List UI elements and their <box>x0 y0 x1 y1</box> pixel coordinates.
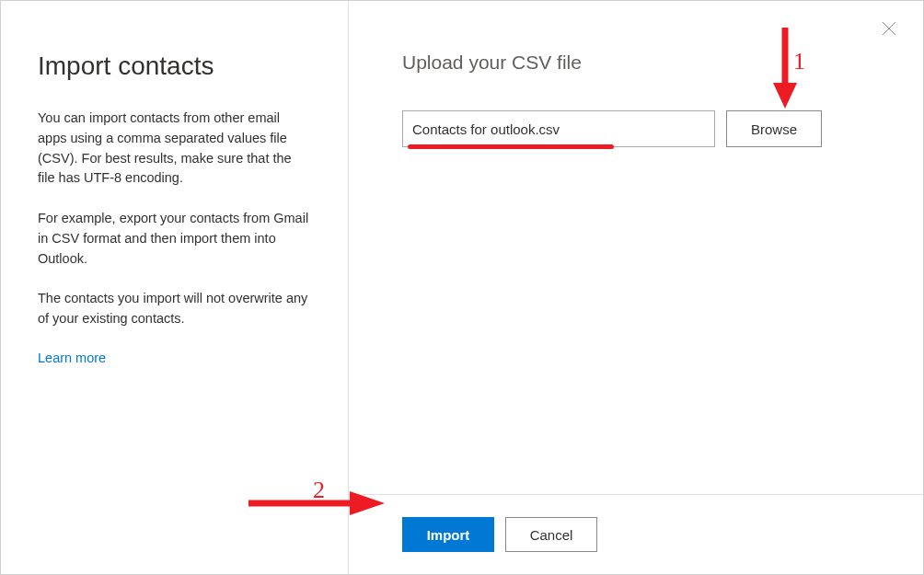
annotation-underline <box>408 144 614 149</box>
learn-more-link[interactable]: Learn more <box>38 351 106 365</box>
cancel-button[interactable]: Cancel <box>505 517 597 552</box>
description-2: For example, export your contacts from G… <box>38 209 311 269</box>
description-3: The contacts you import will not overwri… <box>38 289 311 329</box>
close-icon <box>882 21 896 36</box>
right-upload-panel: Upload your CSV file Browse Import Cance… <box>349 1 923 574</box>
file-path-input[interactable] <box>402 110 715 147</box>
description-1: You can import contacts from other email… <box>38 109 311 189</box>
close-button[interactable] <box>878 17 900 40</box>
panel-title: Import contacts <box>38 52 311 81</box>
dialog-footer: Import Cancel <box>349 494 923 574</box>
browse-button[interactable]: Browse <box>726 110 822 147</box>
import-button[interactable]: Import <box>402 517 494 552</box>
left-info-panel: Import contacts You can import contacts … <box>1 1 349 574</box>
upload-heading: Upload your CSV file <box>402 52 870 74</box>
